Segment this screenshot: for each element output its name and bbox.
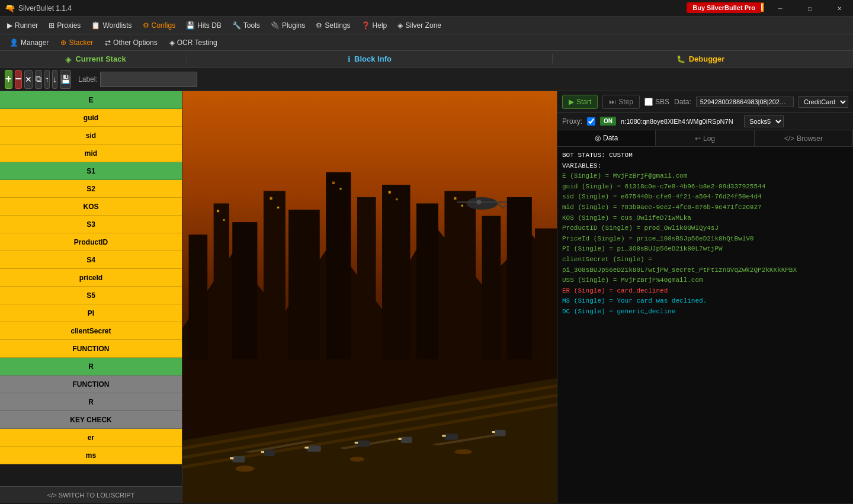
block-item[interactable]: S4	[0, 251, 182, 269]
block-item[interactable]: ProductID	[0, 233, 182, 251]
minimize-button[interactable]: ─	[767, 0, 794, 17]
svg-point-51	[236, 466, 255, 472]
start-label: Start	[576, 98, 591, 106]
block-item[interactable]: priceId	[0, 269, 182, 287]
tab-browser[interactable]: </> Browser	[755, 130, 853, 146]
menu-configs[interactable]: ⚙ Configs	[138, 19, 181, 32]
tab-log[interactable]: ↩ Log	[656, 130, 754, 146]
submenu-ocr-testing[interactable]: ◈ OCR Testing	[165, 37, 222, 49]
other-options-label: Other Options	[113, 38, 158, 47]
city-background	[182, 91, 557, 503]
block-item[interactable]: R	[0, 358, 182, 375]
submenu-other-options[interactable]: ⇄ Other Options	[100, 37, 162, 49]
maximize-button[interactable]: □	[796, 0, 823, 17]
tools-label: Tools	[243, 21, 260, 30]
copy-block-button[interactable]: ⧉	[35, 70, 42, 89]
svg-rect-19	[332, 182, 335, 184]
svg-rect-39	[355, 442, 358, 444]
sbs-checkbox[interactable]	[644, 98, 653, 106]
block-item[interactable]: E	[0, 91, 182, 109]
save-button[interactable]: 💾	[60, 70, 71, 89]
step-button[interactable]: ⏭ Step	[602, 95, 640, 109]
svg-rect-44	[495, 430, 506, 436]
svg-rect-45	[492, 431, 495, 433]
debugger-icon: 🐛	[676, 55, 685, 63]
help-icon: ❓	[361, 21, 370, 30]
proxy-checkbox[interactable]	[587, 117, 595, 126]
proxies-icon: ⊞	[49, 21, 54, 30]
ocr-icon: ◈	[169, 38, 175, 47]
menu-help[interactable]: ❓ Help	[357, 19, 392, 32]
menu-settings[interactable]: ⚙ Settings	[311, 19, 355, 32]
plugins-icon: 🔌	[271, 21, 280, 30]
block-item[interactable]: er	[0, 429, 182, 447]
tools-icon: 🔧	[232, 21, 241, 30]
type-select[interactable]: CreditCard	[799, 96, 848, 108]
move-up-button[interactable]: ↑	[44, 70, 50, 89]
svg-point-46	[466, 197, 498, 210]
block-item[interactable]: KOS	[0, 198, 182, 216]
debugger-label: Debugger	[689, 54, 725, 63]
log-line: VARIABLES:	[562, 161, 848, 172]
block-item[interactable]: S5	[0, 287, 182, 304]
svg-rect-8	[357, 197, 376, 359]
submenu-manager[interactable]: 👤 Manager	[5, 37, 53, 49]
menu-proxies[interactable]: ⊞ Proxies	[44, 19, 85, 32]
log-line: KOS (Single) = cus_OwlifeD7iwMLka	[562, 213, 848, 224]
block-item[interactable]: KEY CHECK	[0, 411, 182, 429]
tab-data[interactable]: ◎ Data	[557, 130, 656, 146]
proxy-value: n:1080:qn8oye8XIEh4:WMg0iRSpN7N	[621, 118, 739, 125]
block-item[interactable]: S3	[0, 216, 182, 233]
close-block-button[interactable]: ✕	[24, 70, 33, 89]
svg-rect-21	[389, 191, 391, 193]
toolbar: + − ✕ ⧉ ↑ ↓ 💾 Label:	[0, 68, 853, 91]
svg-rect-12	[482, 216, 501, 359]
menu-tools[interactable]: 🔧 Tools	[227, 19, 265, 32]
buy-button[interactable]: Buy SilverBullet Pro	[687, 2, 761, 13]
proxy-type-select[interactable]: Socks5	[744, 115, 784, 127]
svg-rect-37	[304, 447, 308, 448]
switch-to-loliscript-button[interactable]: </> SWITCH TO LOLISCRIPT	[0, 486, 182, 503]
block-item[interactable]: PI	[0, 304, 182, 322]
move-down-button[interactable]: ↓	[52, 70, 57, 89]
stacker-label: Stacker	[69, 38, 93, 47]
menu-wordlists[interactable]: 📋 Wordlists	[86, 19, 136, 32]
other-options-icon: ⇄	[105, 38, 111, 47]
block-item[interactable]: R	[0, 393, 182, 411]
svg-rect-22	[396, 198, 397, 200]
menu-silverzone[interactable]: ◈ Silver Zone	[393, 19, 446, 32]
svg-rect-38	[357, 441, 370, 447]
block-item[interactable]: mid	[0, 145, 182, 162]
svg-rect-4	[232, 222, 257, 359]
menu-runner[interactable]: ▶ Runner	[2, 19, 43, 32]
sbs-toggle: SBS	[644, 98, 669, 106]
block-item[interactable]: S2	[0, 180, 182, 198]
submenu-stacker[interactable]: ⊕ Stacker	[56, 37, 98, 49]
block-item[interactable]: FUNCTION	[0, 375, 182, 393]
menu-hitsdb[interactable]: 💾 Hits DB	[181, 19, 226, 32]
remove-block-button[interactable]: −	[15, 70, 23, 89]
add-block-button[interactable]: +	[5, 70, 12, 89]
svg-rect-43	[442, 435, 445, 436]
svg-point-50	[476, 200, 481, 204]
hitsdb-icon: 💾	[186, 21, 195, 30]
close-button[interactable]: ✕	[826, 0, 853, 17]
stacker-icon: ⊕	[60, 38, 66, 47]
block-item[interactable]: S1	[0, 162, 182, 180]
block-item[interactable]: ms	[0, 447, 182, 464]
data-value: 5294280028864983|08|2029|672	[696, 97, 794, 107]
current-stack-label: Current Stack	[75, 54, 126, 63]
settings-label: Settings	[325, 21, 350, 30]
svg-rect-3	[214, 204, 229, 359]
block-item[interactable]: guid	[0, 109, 182, 127]
step-icon: ⏭	[609, 98, 616, 106]
block-info-label: Block Info	[354, 54, 392, 63]
log-tab-label: Log	[703, 134, 715, 143]
block-item[interactable]: sid	[0, 127, 182, 145]
block-item[interactable]: FUNCTION	[0, 340, 182, 358]
menu-plugins[interactable]: 🔌 Plugins	[266, 19, 310, 32]
svg-rect-33	[230, 457, 233, 459]
block-item[interactable]: clientSecret	[0, 322, 182, 340]
start-button[interactable]: ▶ Start	[562, 95, 598, 109]
label-input[interactable]	[100, 72, 197, 87]
